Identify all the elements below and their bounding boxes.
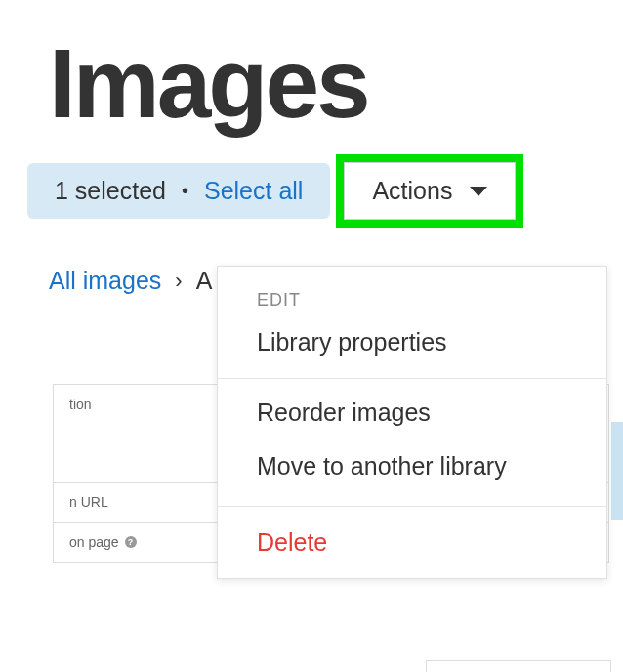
actions-dropdown: EDIT Library properties Reorder images M… [217,266,607,579]
menu-section-header: EDIT [218,267,606,311]
bottom-box-fragment [426,660,611,672]
breadcrumb-current: A [196,267,213,295]
menu-item-reorder-images[interactable]: Reorder images [218,379,606,452]
selected-count: 1 selected [55,177,166,205]
menu-item-library-properties[interactable]: Library properties [218,311,606,378]
menu-section-organize: Reorder images Move to another library [218,379,606,507]
bullet-separator: • [182,180,188,202]
selection-pill: 1 selected • Select all [27,163,330,219]
menu-item-delete[interactable]: Delete [218,507,606,578]
actions-button[interactable]: Actions [344,162,516,220]
page-title: Images [0,0,623,137]
menu-section-edit: EDIT Library properties [218,267,606,379]
panel-label-fragment: tion [69,397,92,412]
right-accent-strip [611,422,623,520]
actions-label: Actions [372,177,452,205]
panel-label-fragment: on page [69,534,119,550]
help-icon[interactable]: ? [125,536,137,548]
panel-label-fragment: n URL [69,494,108,510]
toolbar: 1 selected • Select all Actions [0,137,623,228]
breadcrumb-root[interactable]: All images [49,267,161,295]
breadcrumb-separator-icon: › [175,269,182,294]
menu-item-move-library[interactable]: Move to another library [218,452,606,506]
menu-section-danger: Delete [218,507,606,578]
select-all-link[interactable]: Select all [204,177,303,205]
actions-highlight: Actions [336,154,523,228]
caret-down-icon [470,187,487,196]
